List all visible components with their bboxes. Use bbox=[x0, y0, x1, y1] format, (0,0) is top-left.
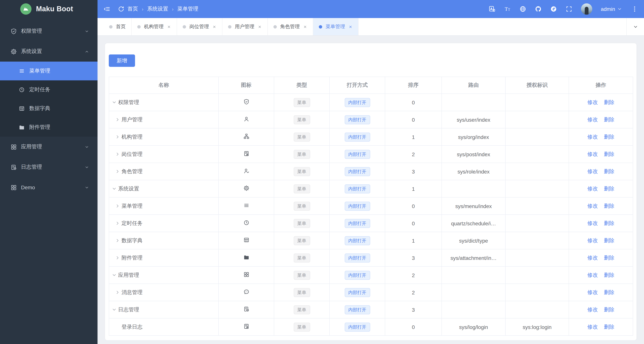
tab-菜单管理[interactable]: 菜单管理 bbox=[313, 18, 358, 35]
menu-name: 权限管理 bbox=[118, 99, 139, 106]
delete-link[interactable]: 删除 bbox=[604, 306, 614, 312]
menu-name: 消息管理 bbox=[122, 289, 142, 296]
cell-type: 菜单 bbox=[274, 266, 330, 284]
delete-link[interactable]: 删除 bbox=[604, 237, 614, 243]
tab-close-icon[interactable] bbox=[303, 25, 307, 29]
cell-name: 附件管理 bbox=[109, 249, 218, 266]
type-tag: 菜单 bbox=[294, 305, 310, 314]
edit-link[interactable]: 修改 bbox=[587, 99, 598, 105]
delete-link[interactable]: 删除 bbox=[604, 99, 614, 105]
sidebar-subitem-定时任务[interactable]: 定时任务 bbox=[0, 80, 98, 99]
delete-link[interactable]: 删除 bbox=[604, 151, 614, 157]
sidebar-item-系统设置[interactable]: 系统设置 bbox=[0, 41, 98, 62]
cell-open-style: 内部打开 bbox=[330, 301, 385, 318]
expand-right-icon[interactable] bbox=[115, 220, 120, 226]
cell-open-style: 内部打开 bbox=[330, 163, 385, 180]
edit-link[interactable]: 修改 bbox=[587, 133, 598, 139]
sidebar-item-Demo[interactable]: Demo bbox=[0, 177, 98, 198]
tab-角色管理[interactable]: 角色管理 bbox=[268, 18, 313, 35]
edit-link[interactable]: 修改 bbox=[587, 220, 598, 226]
user-avatar[interactable] bbox=[581, 4, 592, 15]
edit-link[interactable]: 修改 bbox=[587, 254, 598, 260]
sidebar-subitem-菜单管理[interactable]: 菜单管理 bbox=[0, 62, 98, 80]
delete-link[interactable]: 删除 bbox=[604, 133, 614, 139]
edit-link[interactable]: 修改 bbox=[587, 323, 598, 329]
open-style-tag: 内部打开 bbox=[344, 184, 370, 193]
row-name-wrap: 数据字典 bbox=[109, 237, 218, 244]
expand-down-icon[interactable] bbox=[112, 307, 117, 312]
expand-right-icon[interactable] bbox=[115, 255, 120, 261]
page-content: 新增 名称图标类型打开方式排序路由授权标识操作 权限管理菜单内部打开0修改删除用… bbox=[98, 36, 644, 344]
delete-link[interactable]: 删除 bbox=[604, 116, 614, 122]
delete-link[interactable]: 删除 bbox=[604, 203, 614, 209]
delete-link[interactable]: 删除 bbox=[604, 185, 614, 191]
breadcrumb: 首页›系统设置›菜单管理 bbox=[128, 6, 198, 13]
language-translate-button[interactable] bbox=[489, 6, 496, 13]
tab-close-icon[interactable] bbox=[348, 25, 352, 29]
sidebar-subitem-附件管理[interactable]: 附件管理 bbox=[0, 118, 98, 137]
delete-link[interactable]: 删除 bbox=[604, 220, 614, 226]
tab-close-icon[interactable] bbox=[212, 25, 216, 29]
expand-right-icon[interactable] bbox=[115, 134, 120, 140]
sidebar-subitem-数据字典[interactable]: 数据字典 bbox=[0, 99, 98, 118]
edit-link[interactable]: 修改 bbox=[587, 151, 598, 157]
tab-more-button[interactable] bbox=[626, 18, 644, 35]
user-menu[interactable]: admin bbox=[601, 6, 622, 12]
sidebar-item-权限管理[interactable]: 权限管理 bbox=[0, 21, 98, 41]
translate-icon bbox=[489, 6, 496, 13]
cell-route: sys/dict/type bbox=[442, 232, 506, 249]
expand-right-icon[interactable] bbox=[115, 117, 120, 122]
github-button[interactable] bbox=[535, 6, 542, 13]
close-icon bbox=[348, 25, 352, 29]
gitee-button[interactable] bbox=[550, 6, 557, 13]
cell-icon bbox=[218, 318, 274, 335]
edit-link[interactable]: 修改 bbox=[587, 203, 598, 209]
expand-right-icon[interactable] bbox=[115, 289, 120, 295]
open-style-tag: 内部打开 bbox=[344, 288, 370, 297]
svg-text:T: T bbox=[505, 6, 508, 12]
tab-首页[interactable]: 首页 bbox=[104, 18, 132, 35]
menu-name: 菜单管理 bbox=[122, 203, 142, 209]
tab-close-icon[interactable] bbox=[167, 25, 171, 29]
app-screen: Maku Boot 权限管理系统设置菜单管理定时任务数据字典附件管理应用管理日志… bbox=[0, 0, 644, 344]
add-button[interactable]: 新增 bbox=[109, 55, 135, 67]
cell-sort: 0 bbox=[385, 215, 442, 232]
cell-icon bbox=[218, 266, 274, 284]
expand-right-icon[interactable] bbox=[115, 238, 120, 243]
edit-link[interactable]: 修改 bbox=[587, 237, 598, 243]
expand-down-icon[interactable] bbox=[112, 186, 117, 192]
expand-right-icon[interactable] bbox=[115, 151, 120, 157]
tab-岗位管理[interactable]: 岗位管理 bbox=[177, 18, 222, 35]
locale-button[interactable] bbox=[520, 6, 526, 13]
tab-用户管理[interactable]: 用户管理 bbox=[222, 18, 268, 35]
fullscreen-button[interactable] bbox=[566, 6, 572, 13]
delete-link[interactable]: 删除 bbox=[604, 254, 614, 260]
breadcrumb-item-首页[interactable]: 首页 bbox=[128, 6, 138, 13]
tab-close-icon[interactable] bbox=[258, 25, 262, 29]
expand-down-icon[interactable] bbox=[112, 272, 117, 278]
sidebar-item-日志管理[interactable]: 日志管理 bbox=[0, 157, 98, 177]
refresh-page-button[interactable] bbox=[118, 6, 124, 13]
expand-right-icon[interactable] bbox=[115, 169, 120, 174]
delete-link[interactable]: 删除 bbox=[604, 272, 614, 278]
expand-down-icon[interactable] bbox=[112, 100, 117, 105]
edit-link[interactable]: 修改 bbox=[587, 289, 598, 295]
delete-link[interactable]: 删除 bbox=[604, 289, 614, 295]
id-badge-icon bbox=[243, 323, 249, 329]
delete-link[interactable]: 删除 bbox=[604, 168, 614, 174]
table-row: 数据字典菜单内部打开1sys/dict/type修改删除 bbox=[109, 232, 633, 249]
breadcrumb-item-系统设置[interactable]: 系统设置 bbox=[147, 6, 168, 13]
edit-link[interactable]: 修改 bbox=[587, 168, 598, 174]
settings-menu-button[interactable] bbox=[631, 6, 638, 13]
edit-link[interactable]: 修改 bbox=[587, 306, 598, 312]
fold-icon bbox=[104, 6, 110, 13]
tab-机构管理[interactable]: 机构管理 bbox=[132, 18, 177, 35]
collapse-sidebar-button[interactable] bbox=[104, 6, 110, 13]
edit-link[interactable]: 修改 bbox=[587, 272, 598, 278]
delete-link[interactable]: 删除 bbox=[604, 323, 614, 329]
font-size-button[interactable]: TT bbox=[504, 6, 511, 13]
expand-right-icon[interactable] bbox=[115, 203, 120, 209]
edit-link[interactable]: 修改 bbox=[587, 116, 598, 122]
edit-link[interactable]: 修改 bbox=[587, 185, 598, 191]
sidebar-item-应用管理[interactable]: 应用管理 bbox=[0, 137, 98, 157]
